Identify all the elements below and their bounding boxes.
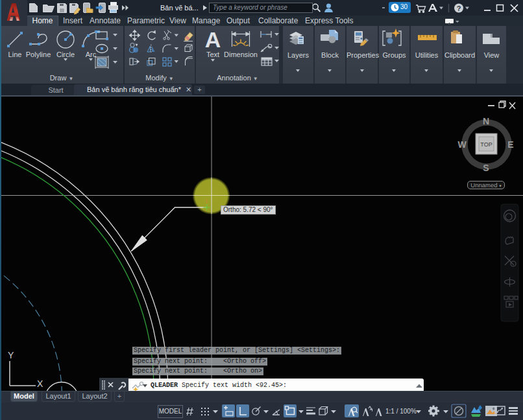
svg-text:X: X <box>37 379 43 389</box>
svg-text:N: N <box>483 116 489 126</box>
svg-text:1:1 / 100%: 1:1 / 100% <box>385 408 417 415</box>
svg-text:TOP: TOP <box>480 141 492 148</box>
svg-text:?: ? <box>457 5 461 12</box>
svg-text:E: E <box>507 139 513 150</box>
svg-text:S: S <box>483 163 489 173</box>
svg-text:W: W <box>457 139 467 150</box>
svg-text:A: A <box>205 27 221 52</box>
svg-text:Y: Y <box>8 350 14 360</box>
